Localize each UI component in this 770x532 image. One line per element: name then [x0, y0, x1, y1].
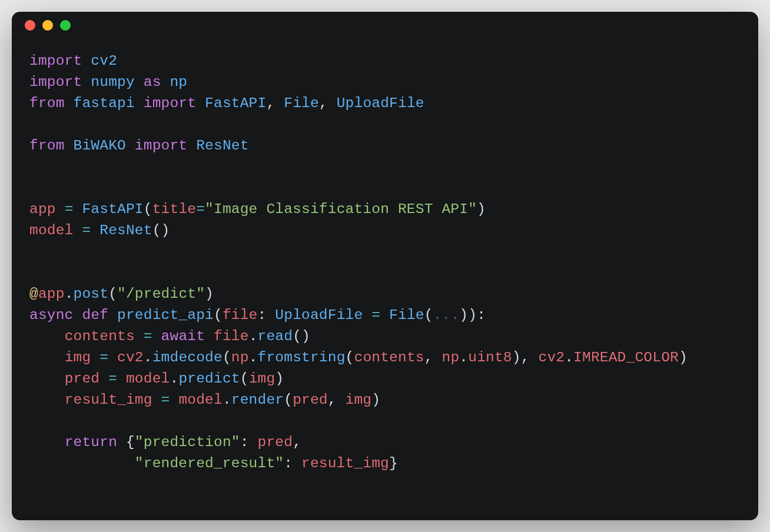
code-token: model [126, 371, 170, 387]
code-token [29, 434, 65, 450]
code-token [108, 350, 117, 365]
code-token: from [29, 95, 65, 111]
code-token: imdecode [152, 350, 223, 365]
code-token: predict [178, 371, 240, 387]
code-token [205, 328, 214, 344]
code-token: ) [205, 286, 214, 302]
code-token: contents [65, 328, 135, 344]
code-token: } [389, 455, 398, 471]
code-token: , [319, 95, 337, 111]
code-token: "rendered_result" [135, 455, 284, 471]
code-token: UploadFile [337, 95, 424, 111]
code-token [117, 434, 126, 450]
code-token: img [346, 392, 372, 408]
code-token [29, 350, 65, 365]
code-token: { [126, 434, 135, 450]
code-token: img [65, 350, 91, 365]
code-token: BiWAKO [74, 138, 126, 154]
code-token: import [144, 95, 196, 111]
code-token: : [477, 307, 486, 323]
code-token [161, 74, 170, 90]
code-token: = [144, 328, 152, 344]
code-token: ( [144, 201, 152, 217]
code-token: ) [371, 392, 380, 408]
code-token: FastAPI [82, 201, 143, 217]
code-token: numpy [91, 74, 135, 90]
code-token: model [29, 222, 74, 238]
code-token: . [223, 392, 231, 408]
code-token: File [389, 307, 424, 323]
code-token: . [170, 371, 178, 387]
code-token: , [266, 95, 284, 111]
code-token [196, 95, 205, 111]
code-token: np [170, 74, 187, 90]
code-token: model [178, 392, 223, 408]
code-token: , [424, 350, 442, 365]
code-token: async [29, 307, 74, 323]
code-token [65, 138, 74, 154]
code-token [29, 455, 135, 471]
code-token: from [29, 138, 65, 154]
code-token: : [258, 307, 276, 323]
code-token: predict_api [117, 307, 214, 323]
code-token [135, 74, 144, 90]
code-token: app [29, 201, 56, 217]
code-token: ), [512, 350, 539, 365]
code-token: ( [223, 350, 231, 365]
window-titlebar [12, 12, 758, 39]
code-token [82, 53, 91, 69]
code-token: ( [240, 371, 249, 387]
code-token: ( [108, 286, 117, 302]
code-token: cv2 [91, 53, 117, 69]
code-token: as [144, 74, 161, 90]
code-window: import cv2 import numpy as np from fasta… [12, 12, 758, 520]
code-token [363, 307, 371, 323]
code-token: return [65, 434, 117, 450]
code-token: = [108, 371, 117, 387]
code-token: , [328, 392, 346, 408]
code-token: import [29, 53, 82, 69]
code-token: cv2 [538, 350, 565, 365]
code-token: = [196, 201, 205, 217]
code-token [99, 371, 108, 387]
code-token: import [135, 138, 187, 154]
code-token: : [240, 434, 258, 450]
code-token: read [258, 328, 293, 344]
code-token: () [293, 328, 310, 344]
code-token: pred [293, 392, 328, 408]
code-token [29, 328, 65, 344]
code-token [56, 201, 65, 217]
code-token: FastAPI [205, 95, 266, 111]
code-token [135, 95, 144, 111]
zoom-icon[interactable] [60, 20, 71, 31]
code-token: title [152, 201, 197, 217]
code-token: ( [424, 307, 433, 323]
code-token: "/predict" [117, 286, 205, 302]
code-token [29, 392, 65, 408]
code-token [108, 307, 117, 323]
code-token: fromstring [258, 350, 346, 365]
code-token [91, 222, 99, 238]
code-token [29, 371, 65, 387]
code-token: result_img [301, 455, 389, 471]
code-token: = [65, 201, 74, 217]
code-token: () [152, 222, 170, 238]
code-token [91, 350, 99, 365]
code-token: , [293, 434, 301, 450]
code-token [74, 222, 82, 238]
code-token [380, 307, 389, 323]
code-token: = [82, 222, 91, 238]
code-token [170, 392, 178, 408]
close-icon[interactable] [25, 20, 35, 31]
code-token: : [284, 455, 301, 471]
code-token: uint8 [468, 350, 512, 365]
code-token [152, 328, 161, 344]
code-token [135, 328, 144, 344]
code-token: import [29, 74, 82, 90]
code-token: . [144, 350, 152, 365]
code-token: . [249, 350, 258, 365]
code-token: pred [258, 434, 293, 450]
code-token: contents [354, 350, 424, 365]
code-token: file [223, 307, 258, 323]
minimize-icon[interactable] [42, 20, 53, 31]
